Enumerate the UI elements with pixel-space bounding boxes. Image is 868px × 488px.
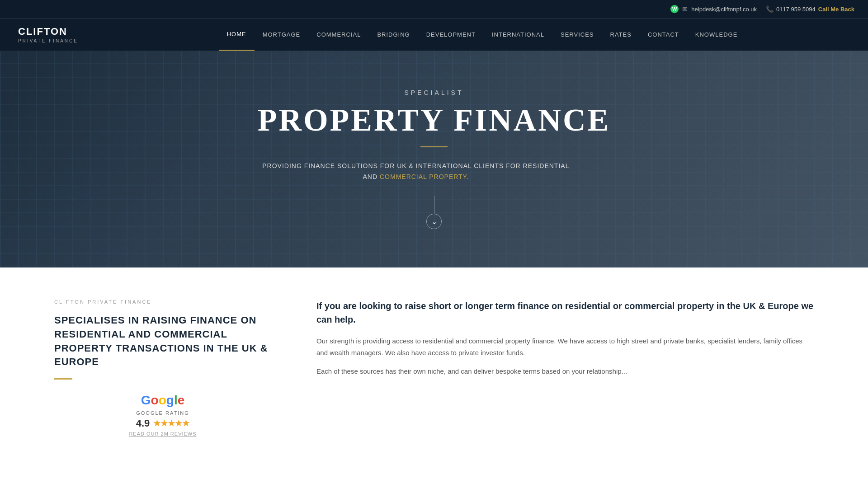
logo-subtitle: PRIVATE FINANCE	[18, 38, 78, 43]
nav-development[interactable]: DEVELOPMENT	[418, 19, 484, 51]
content-left: CLIFTON PRIVATE FINANCE SPECIALISES IN R…	[54, 299, 271, 436]
hero-divider	[420, 146, 448, 147]
navbar: CLIFTON PRIVATE FINANCE HOME MORTGAGE CO…	[0, 18, 868, 51]
right-para1: Our strength is providing access to resi…	[316, 335, 814, 358]
rating-score-row: 4.9 ★★★★★	[136, 418, 190, 429]
hero-subtitle: PROVIDING FINANCE SOLUTIONS FOR UK & INT…	[258, 161, 574, 183]
phone-icon: 📞	[766, 5, 774, 13]
google-rating-label: GOOGLE RATING	[136, 410, 189, 416]
logo-name: CLIFTON	[18, 26, 78, 38]
topbar-phone-area: 📞 0117 959 5094 Call Me Back	[766, 5, 854, 13]
hero-content: SPECIALIST PROPERTY FINANCE PROVIDING FI…	[258, 89, 610, 183]
topbar-email-area: W ✉ helpdesk@cliftonpf.co.uk	[670, 5, 757, 13]
whatsapp-icon[interactable]: W	[670, 5, 679, 13]
logo[interactable]: CLIFTON PRIVATE FINANCE	[18, 26, 78, 43]
nav-mortgage[interactable]: MORTGAGE	[255, 19, 309, 51]
nav-knowledge[interactable]: KNOWLEDGE	[687, 19, 746, 51]
google-logo: Google	[141, 393, 184, 408]
nav-bridging[interactable]: BRIDGING	[369, 19, 418, 51]
call-me-back-link[interactable]: Call Me Back	[818, 6, 854, 13]
hero-scroll-line	[434, 196, 434, 214]
hero-scroll-button[interactable]: ⌄	[426, 214, 442, 229]
phone-number: 0117 959 5094	[776, 6, 816, 13]
nav-commercial[interactable]: COMMERCIAL	[308, 19, 369, 51]
rating-number: 4.9	[136, 418, 150, 429]
hero-subtitle-highlight: COMMERCIAL PROPERTY.	[380, 173, 469, 180]
content-right: If you are looking to raise short or lon…	[316, 299, 814, 436]
google-rating-block: Google GOOGLE RATING 4.9 ★★★★★ READ OUR …	[54, 393, 271, 436]
hero-scroll: ⌄	[426, 196, 442, 229]
nav-rates[interactable]: RATES	[602, 19, 640, 51]
hero-title: PROPERTY FINANCE	[258, 103, 610, 137]
section-label: CLIFTON PRIVATE FINANCE	[54, 299, 271, 305]
section-heading: SPECIALISES IN RAISING FINANCE ON RESIDE…	[54, 314, 271, 369]
hero-specialist-label: SPECIALIST	[258, 89, 610, 96]
nav-links: HOME MORTGAGE COMMERCIAL BRIDGING DEVELO…	[114, 19, 850, 51]
nav-contact[interactable]: CONTACT	[640, 19, 687, 51]
chevron-down-icon: ⌄	[431, 217, 437, 226]
right-intro: If you are looking to raise short or lon…	[316, 299, 814, 326]
content-section: CLIFTON PRIVATE FINANCE SPECIALISES IN R…	[0, 267, 868, 464]
section-divider	[54, 378, 72, 380]
email-link[interactable]: helpdesk@cliftonpf.co.uk	[691, 6, 757, 13]
hero-section: SPECIALIST PROPERTY FINANCE PROVIDING FI…	[0, 51, 868, 267]
right-para2: Each of these sources has their own nich…	[316, 366, 814, 377]
nav-international[interactable]: INTERNATIONAL	[484, 19, 552, 51]
nav-services[interactable]: SERVICES	[552, 19, 602, 51]
read-reviews-link[interactable]: READ OUR 2M REVIEWS	[129, 431, 196, 436]
mail-icon: ✉	[682, 5, 688, 13]
top-bar: W ✉ helpdesk@cliftonpf.co.uk 📞 0117 959 …	[0, 0, 868, 18]
nav-home[interactable]: HOME	[219, 19, 255, 51]
rating-stars: ★★★★★	[153, 418, 189, 428]
